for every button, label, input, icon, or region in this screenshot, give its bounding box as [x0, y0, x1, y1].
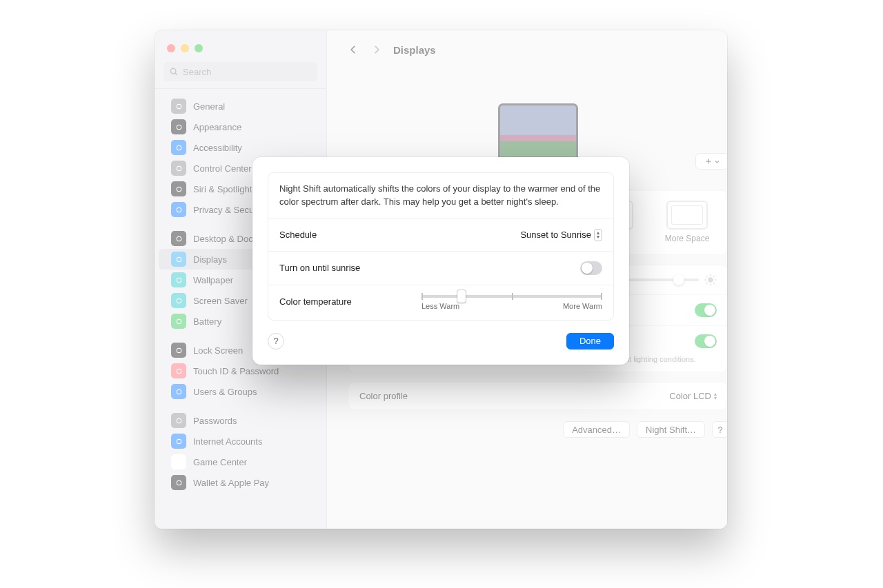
schedule-label: Schedule — [279, 230, 317, 240]
schedule-row: Schedule Sunset to Sunrise ▴▾ — [268, 219, 613, 252]
turn-on-label: Turn on until sunrise — [279, 263, 360, 273]
schedule-value: Sunset to Sunrise — [520, 230, 591, 240]
color-temp-label: Color temperature — [279, 295, 352, 307]
schedule-popup[interactable]: Sunset to Sunrise ▴▾ — [520, 229, 602, 241]
turn-on-toggle[interactable] — [580, 261, 602, 275]
popup-caret-icon: ▴▾ — [594, 229, 602, 241]
sheet-help-button[interactable]: ? — [268, 333, 284, 349]
color-temp-slider[interactable]: Less Warm More Warm — [421, 295, 602, 310]
done-button[interactable]: Done — [566, 333, 614, 349]
turn-on-row: Turn on until sunrise — [268, 252, 613, 285]
night-shift-description: Night Shift automatically shifts the col… — [279, 183, 602, 209]
modal-overlay: Night Shift automatically shifts the col… — [155, 30, 727, 529]
less-warm-label: Less Warm — [421, 302, 459, 310]
system-settings-window: GeneralAppearanceAccessibilityControl Ce… — [155, 30, 727, 529]
color-temp-row: Color temperature Less Warm More Warm — [268, 285, 613, 320]
more-warm-label: More Warm — [563, 302, 602, 310]
night-shift-sheet: Night Shift automatically shifts the col… — [252, 157, 629, 365]
